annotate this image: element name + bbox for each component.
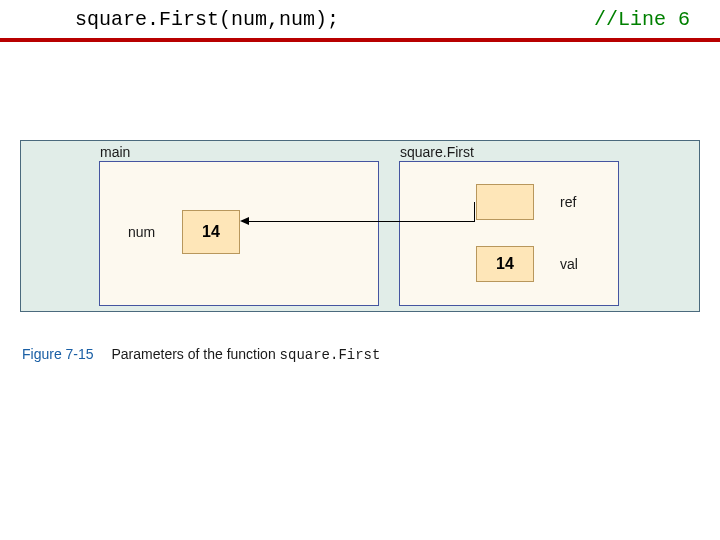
val-value-box: 14 xyxy=(476,246,534,282)
ref-arrow-head xyxy=(240,217,249,225)
ref-label: ref xyxy=(560,194,576,210)
ref-arrow-vert xyxy=(474,202,475,222)
figure-number: Figure 7-15 xyxy=(22,346,94,362)
main-panel: main num 14 xyxy=(99,161,379,306)
ref-value-box xyxy=(476,184,534,220)
num-value-box: 14 xyxy=(182,210,240,254)
ref-arrow-line xyxy=(242,221,475,222)
square-first-panel: square.First ref 14 val xyxy=(399,161,619,306)
code-line-header: square.First(num,num); //Line 6 xyxy=(0,8,720,38)
square-panel-title: square.First xyxy=(400,144,474,160)
num-label: num xyxy=(128,224,155,240)
val-label: val xyxy=(560,256,578,272)
code-comment: //Line 6 xyxy=(594,8,690,31)
figure-func-name: square.First xyxy=(280,347,381,363)
code-call: square.First(num,num); xyxy=(75,8,339,31)
main-panel-title: main xyxy=(100,144,130,160)
red-divider xyxy=(0,38,720,42)
figure-caption: Figure 7-15 Parameters of the function s… xyxy=(22,346,380,363)
diagram-frame: main num 14 square.First ref 14 val xyxy=(20,140,700,312)
figure-text: Parameters of the function xyxy=(111,346,279,362)
